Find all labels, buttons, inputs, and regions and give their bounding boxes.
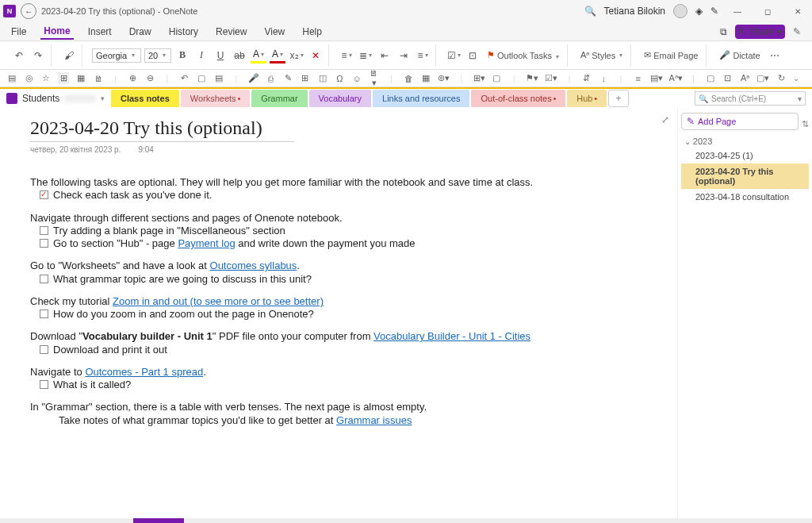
qa-icon[interactable]: ◎ bbox=[24, 73, 35, 83]
sort-icon[interactable]: ⇅ bbox=[802, 119, 809, 129]
page-item[interactable]: 2023-04-25 (1) bbox=[681, 148, 809, 163]
clear-format-button[interactable]: ✕ bbox=[308, 48, 324, 63]
pen-icon[interactable]: ✎ bbox=[710, 6, 718, 17]
qa-icon[interactable]: ⇵ bbox=[581, 73, 592, 83]
qa-icon[interactable]: Ω bbox=[335, 74, 346, 83]
collapse-ribbon-icon[interactable]: ⌄ bbox=[793, 74, 806, 83]
qa-icon[interactable]: ↓ bbox=[598, 74, 609, 83]
outlook-tasks-button[interactable]: ⚑Outlook Tasks bbox=[484, 50, 562, 60]
qa-icon[interactable]: ↶ bbox=[179, 73, 190, 83]
font-size-select[interactable]: 20 bbox=[144, 48, 171, 63]
qa-icon[interactable]: ✎ bbox=[282, 73, 293, 83]
search-input[interactable]: 🔍 Search (Ctrl+E) ▾ bbox=[695, 91, 806, 106]
qa-icon[interactable]: ⎙ bbox=[266, 74, 277, 83]
bold-button[interactable]: B bbox=[174, 48, 190, 63]
qa-icon[interactable]: ☆ bbox=[40, 73, 52, 83]
tab-links[interactable]: Links and resources bbox=[373, 90, 469, 107]
qa-icon[interactable]: ⚑▾ bbox=[526, 73, 538, 83]
menu-review[interactable]: Review bbox=[213, 25, 250, 39]
qa-icon[interactable]: ▢ bbox=[196, 73, 207, 83]
link-outcomes-spread[interactable]: Outcomes - Part 1 spread bbox=[85, 366, 203, 378]
year-header[interactable]: 2023 bbox=[681, 135, 809, 148]
page-content[interactable]: The following tasks are optional. They w… bbox=[30, 176, 652, 427]
numbering-button[interactable]: ≣ bbox=[358, 48, 373, 63]
checkbox[interactable] bbox=[40, 226, 48, 235]
menu-file[interactable]: File bbox=[8, 25, 29, 39]
checkbox[interactable] bbox=[40, 275, 48, 283]
checkbox[interactable] bbox=[40, 239, 48, 248]
underline-button[interactable]: U bbox=[213, 48, 228, 63]
page-canvas[interactable]: ⤢ 2023-04-20 Try this (optional) четвер,… bbox=[0, 108, 677, 523]
menu-insert[interactable]: Insert bbox=[85, 25, 115, 39]
italic-button[interactable]: I bbox=[193, 48, 209, 63]
menu-history[interactable]: History bbox=[166, 25, 201, 39]
qa-icon[interactable]: ⊡ bbox=[722, 73, 733, 83]
window-mode-icon[interactable]: ⧉ bbox=[717, 25, 730, 39]
checkbox[interactable] bbox=[40, 380, 48, 389]
comments-icon[interactable]: ✎ bbox=[790, 25, 804, 39]
qa-icon[interactable]: 🗎 bbox=[93, 74, 104, 83]
qa-icon[interactable]: 🗑 bbox=[403, 74, 414, 83]
back-button[interactable]: ← bbox=[21, 3, 36, 19]
font-color-button[interactable]: A bbox=[270, 48, 285, 63]
menu-help[interactable]: Help bbox=[299, 25, 325, 39]
add-page-button[interactable]: ✎ Add Page bbox=[681, 113, 799, 130]
qa-icon[interactable]: ◫ bbox=[317, 73, 328, 83]
qa-icon[interactable]: ≡ bbox=[633, 74, 644, 83]
qa-icon[interactable]: Aᵃ bbox=[740, 73, 751, 83]
qa-icon[interactable]: ⊞ bbox=[58, 72, 69, 84]
styles-button[interactable]: Aᵃ Styles bbox=[577, 50, 626, 60]
tab-grammar[interactable]: Grammar bbox=[251, 90, 307, 107]
font-select[interactable]: Georgia bbox=[92, 48, 141, 63]
subscript-button[interactable]: x₂ bbox=[289, 48, 304, 63]
tab-vocabulary[interactable]: Vocabulary bbox=[309, 90, 371, 107]
qa-icon[interactable]: ▢▾ bbox=[756, 73, 769, 83]
outdent-button[interactable]: ⇤ bbox=[377, 48, 393, 63]
todo-tag-button[interactable]: ☑ bbox=[446, 48, 462, 63]
qa-icon[interactable]: ▤▾ bbox=[650, 73, 663, 83]
qa-icon[interactable]: ▢ bbox=[705, 73, 716, 83]
qa-icon[interactable]: ↻ bbox=[776, 73, 787, 83]
qa-icon[interactable]: ▦ bbox=[75, 73, 86, 83]
close-button[interactable]: ✕ bbox=[787, 3, 809, 19]
add-section-button[interactable]: + bbox=[608, 90, 629, 107]
align-button[interactable]: ≡ bbox=[415, 48, 431, 63]
page-title[interactable]: 2023-04-20 Try this (optional) bbox=[30, 116, 262, 140]
qa-icon[interactable]: ▢ bbox=[492, 73, 503, 83]
qa-icon[interactable]: ⊕ bbox=[128, 73, 139, 83]
menu-draw[interactable]: Draw bbox=[126, 25, 155, 39]
qa-icon[interactable]: ⊞▾ bbox=[473, 73, 485, 83]
qa-icon[interactable]: ☑▾ bbox=[545, 73, 557, 83]
qa-icon[interactable]: ▤ bbox=[213, 73, 224, 83]
menu-home[interactable]: Home bbox=[40, 24, 73, 40]
avatar[interactable] bbox=[673, 4, 688, 18]
tab-worksheets[interactable]: Worksheets bbox=[181, 90, 250, 107]
qa-icon[interactable]: 🎤 bbox=[248, 73, 259, 83]
qa-icon[interactable]: ☺ bbox=[351, 74, 362, 83]
diamond-icon[interactable]: ◈ bbox=[695, 6, 703, 17]
notebook-select[interactable]: Students ▾ bbox=[0, 93, 111, 104]
page-item-active[interactable]: 2023-04-20 Try this (optional) bbox=[681, 163, 809, 189]
bullets-button[interactable]: ≡ bbox=[339, 48, 354, 63]
minimize-button[interactable]: — bbox=[726, 3, 749, 19]
maximize-button[interactable]: ◻ bbox=[756, 3, 779, 19]
tab-class-notes[interactable]: Class notes bbox=[111, 90, 179, 107]
qa-icon[interactable]: ⊚▾ bbox=[438, 73, 450, 83]
link-outcomes-syllabus[interactable]: Outcomes syllabus bbox=[210, 260, 297, 271]
tab-outofclass[interactable]: Out-of-class notes bbox=[471, 90, 565, 107]
share-button[interactable]: ⇱ Share ▾ bbox=[735, 25, 785, 39]
qa-icon[interactable]: Aᵃ▾ bbox=[669, 73, 682, 83]
checkbox[interactable] bbox=[40, 310, 48, 318]
qa-icon[interactable]: 🗎▾ bbox=[369, 68, 380, 88]
undo-button[interactable]: ↶ bbox=[11, 48, 27, 63]
expand-icon[interactable]: ⤢ bbox=[661, 114, 669, 125]
more-button[interactable]: ⋯ bbox=[767, 48, 783, 63]
search-icon[interactable]: 🔍 bbox=[584, 6, 596, 17]
qa-icon[interactable]: ⊖ bbox=[144, 73, 155, 83]
tab-hub[interactable]: Hub bbox=[567, 90, 607, 107]
redo-button[interactable]: ↷ bbox=[30, 48, 46, 63]
indent-button[interactable]: ⇥ bbox=[396, 48, 412, 63]
link-payment-log[interactable]: Payment log bbox=[178, 237, 235, 249]
dictate-button[interactable]: 🎤 Dictate bbox=[716, 50, 763, 60]
email-page-button[interactable]: ✉ Email Page bbox=[641, 50, 701, 60]
